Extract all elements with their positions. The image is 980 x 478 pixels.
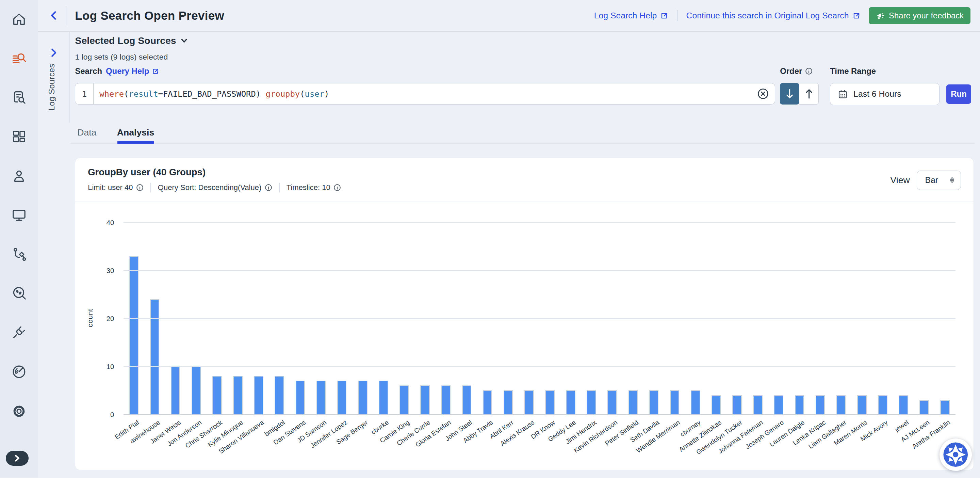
- rail-border: [69, 31, 70, 123]
- bar-Jennifer Lopez[interactable]: [337, 381, 347, 414]
- query-editor[interactable]: 1 where(result=FAILED_BAD_PASSWORD) grou…: [75, 83, 775, 104]
- bar-cburney[interactable]: [691, 390, 700, 414]
- run-button[interactable]: Run: [946, 84, 971, 104]
- order-ascending-button[interactable]: [799, 83, 819, 104]
- bar-Abby Travis[interactable]: [483, 390, 492, 414]
- bar-Aretha Franklin[interactable]: [940, 400, 950, 414]
- sidebar-item-home[interactable]: [11, 11, 27, 27]
- sidebar-item-endpoints[interactable]: [11, 207, 27, 223]
- bar-Annette Zilinskas[interactable]: [711, 395, 721, 414]
- bar-Dan Stevens[interactable]: [296, 381, 305, 414]
- bar-Geddy Lee[interactable]: [566, 390, 576, 414]
- bar-AJ McLeen[interactable]: [920, 400, 929, 414]
- sidebar-item-dashboards[interactable]: [11, 129, 27, 144]
- panel-title: GroupBy user (40 Groups): [88, 167, 205, 178]
- select-arrows-icon: [948, 175, 956, 185]
- bar-Alexis Krauss[interactable]: [524, 390, 534, 414]
- log-search-app: Log Search Open Preview Log Search Help …: [0, 0, 980, 478]
- meta-divider: [150, 183, 151, 192]
- bar-DR Know[interactable]: [545, 390, 555, 414]
- chevron-right-icon: [13, 454, 21, 462]
- bar-Joseph Genaro[interactable]: [774, 395, 783, 414]
- clear-query-button[interactable]: [757, 88, 769, 100]
- groupby-panel: GroupBy user (40 Groups) Limit: user 40Q…: [75, 158, 974, 470]
- info-icon[interactable]: [265, 184, 272, 191]
- bar-Cherie Currie[interactable]: [420, 386, 430, 414]
- page-header: Log Search Open Preview Log Search Help …: [38, 0, 980, 32]
- selected-log-sources-toggle[interactable]: Selected Log Sources: [75, 35, 187, 46]
- bar-Janet Weiss[interactable]: [171, 366, 180, 414]
- bar-Johanna Fateman[interactable]: [753, 395, 762, 414]
- tab-analysis[interactable]: Analysis: [118, 124, 154, 141]
- query-token: (: [300, 89, 305, 99]
- bar-Lauren Daigle[interactable]: [795, 395, 804, 414]
- sidebar-item-automation[interactable]: [11, 247, 27, 262]
- time-range-select[interactable]: Last 6 Hours: [830, 83, 939, 105]
- automation-icon: [11, 247, 27, 262]
- bar-Mick Avory[interactable]: [878, 395, 888, 414]
- x-tick-label: Gloria Estefan: [414, 419, 453, 449]
- sidebar-item-detection[interactable]: [11, 364, 27, 379]
- share-feedback-button[interactable]: Share your feedback: [869, 7, 970, 24]
- query-help-link[interactable]: Query Help: [106, 66, 159, 76]
- bar-Gwendolyn Tucker[interactable]: [732, 395, 742, 414]
- bar-Peter Sinfield[interactable]: [628, 390, 638, 414]
- continue-original-search-link[interactable]: Continue this search in Original Log Sea…: [686, 11, 860, 21]
- bar-Jon Anderson[interactable]: [192, 366, 201, 414]
- header-link-separator: [677, 10, 678, 21]
- dashboards-icon: [11, 129, 27, 144]
- threat-hunting-icon: [11, 286, 27, 301]
- info-icon[interactable]: [334, 184, 341, 191]
- megaphone-icon: [876, 11, 885, 20]
- bar-Maren Morris[interactable]: [857, 395, 867, 414]
- view-select[interactable]: Bar: [917, 170, 961, 190]
- bar-bmigdol[interactable]: [275, 376, 284, 414]
- x-tick-label: jewel: [894, 419, 910, 433]
- bar-jewel[interactable]: [899, 395, 908, 414]
- tab-data[interactable]: Data: [70, 124, 104, 141]
- expand-log-sources-button[interactable]: [49, 48, 59, 57]
- log-sources-summary: 1 log sets (9 logs) selected: [75, 53, 168, 62]
- sidebar-item-users[interactable]: [11, 168, 27, 184]
- sidebar-expand-button[interactable]: [6, 451, 29, 466]
- bar-cburke[interactable]: [379, 381, 388, 414]
- meta-item: Timeslice: 10: [286, 183, 341, 192]
- bar-Lenka Kripac[interactable]: [816, 395, 825, 414]
- info-icon[interactable]: [136, 184, 143, 191]
- search-label: Search: [75, 66, 102, 76]
- sidebar-item-log-search[interactable]: [11, 51, 27, 66]
- bar-Gloria Estefan[interactable]: [441, 386, 450, 414]
- bar-Carole King[interactable]: [399, 386, 409, 414]
- bar-Kevin Richardson[interactable]: [608, 390, 617, 414]
- back-button[interactable]: [48, 10, 59, 21]
- chevron-right-icon: [49, 48, 59, 57]
- sidebar-item-settings[interactable]: [11, 403, 27, 419]
- external-link-icon: [853, 12, 860, 19]
- bar-Wendie Merriman[interactable]: [670, 390, 679, 414]
- order-descending-button[interactable]: [780, 83, 799, 104]
- log-search-help-link[interactable]: Log Search Help: [594, 11, 668, 21]
- bar-JD Samson[interactable]: [317, 381, 326, 414]
- bar-Sharon Villanueva[interactable]: [254, 376, 263, 414]
- line-number: 1: [75, 83, 94, 104]
- sidebar-item-connectors[interactable]: [11, 325, 27, 340]
- bar-Abril Kerr[interactable]: [504, 390, 513, 414]
- active-tab-underline: [118, 141, 154, 143]
- assistant-badge[interactable]: [940, 438, 972, 471]
- bar-John Steel[interactable]: [462, 386, 472, 414]
- x-axis-labels: Edith PiafawinehouseJanet WeissJon Ander…: [124, 415, 956, 468]
- home-icon: [11, 11, 27, 27]
- bar-Kylie Minogue[interactable]: [233, 376, 243, 414]
- sidebar-item-threat-hunting[interactable]: [11, 286, 27, 301]
- bar-Chris Sharrock[interactable]: [212, 376, 222, 414]
- app-sidebar: [0, 0, 38, 478]
- bar-awinehouse[interactable]: [150, 299, 159, 414]
- bar-Seth Davila[interactable]: [649, 390, 659, 414]
- compass-star-icon: [941, 440, 970, 469]
- query-input[interactable]: where(result=FAILED_BAD_PASSWORD) groupb…: [94, 83, 775, 104]
- bar-Jimi Hendrix[interactable]: [587, 390, 596, 414]
- bar-Edith Piaf[interactable]: [129, 256, 139, 414]
- bar-Liam Gallagher[interactable]: [837, 395, 846, 414]
- bar-Sage Berger[interactable]: [358, 381, 368, 414]
- sidebar-item-investigations[interactable]: [11, 89, 27, 105]
